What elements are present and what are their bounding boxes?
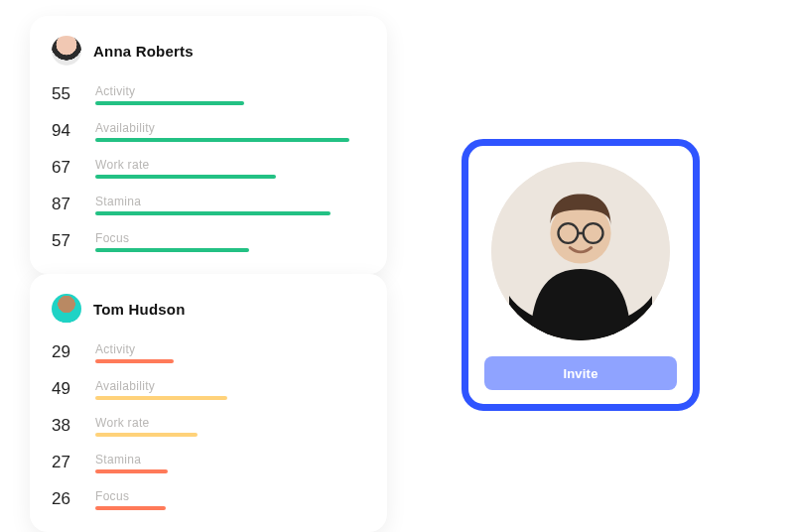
stat-value: 55 [52, 84, 81, 104]
stat-bar [95, 469, 365, 473]
avatar [52, 294, 81, 324]
invite-card: Invite [462, 139, 700, 411]
stat-row-focus: 26 Focus [52, 484, 365, 514]
stat-row-availability: 49 Availability [52, 374, 365, 404]
profile-card-tom: Tom Hudson 29 Activity 49 Availability 3… [30, 274, 387, 532]
stat-row-stamina: 87 Stamina [52, 190, 365, 219]
stat-value: 57 [52, 231, 81, 251]
stat-label: Focus [95, 489, 365, 503]
stat-label: Work rate [95, 416, 365, 430]
stat-bar [95, 359, 365, 363]
stat-row-focus: 57 Focus [52, 226, 365, 256]
invite-button[interactable]: Invite [484, 356, 677, 390]
stat-value: 94 [52, 121, 81, 141]
person-icon [491, 162, 670, 340]
stat-bar [95, 211, 365, 215]
stat-label: Stamina [95, 195, 365, 208]
stat-bar [95, 138, 365, 142]
stat-bar [95, 248, 365, 252]
invite-photo [491, 162, 670, 340]
profile-header: Anna Roberts [52, 36, 365, 66]
stat-bar [95, 175, 365, 179]
stat-label: Availability [95, 379, 365, 393]
stat-label: Activity [95, 342, 365, 356]
stat-row-workrate: 38 Work rate [52, 411, 365, 441]
stat-value: 38 [52, 416, 81, 436]
stat-bar [95, 101, 365, 105]
stat-value: 27 [52, 453, 81, 472]
profile-card-anna: Anna Roberts 55 Activity 94 Availability… [30, 16, 387, 274]
person-name: Tom Hudson [93, 301, 186, 318]
stat-value: 26 [52, 489, 81, 509]
stat-value: 29 [52, 342, 81, 362]
avatar [52, 36, 81, 66]
stat-bar [95, 433, 365, 437]
stat-row-workrate: 67 Work rate [52, 153, 365, 183]
stat-row-availability: 94 Availability [52, 116, 365, 146]
stat-label: Availability [95, 121, 365, 135]
stat-bar [95, 396, 365, 400]
stat-row-activity: 29 Activity [52, 337, 365, 367]
stat-label: Activity [95, 84, 365, 98]
stat-value: 49 [52, 379, 81, 399]
profile-header: Tom Hudson [52, 294, 365, 324]
stat-label: Stamina [95, 453, 365, 466]
stage: Anna Roberts 55 Activity 94 Availability… [0, 0, 794, 532]
stats-list: 29 Activity 49 Availability 38 Work rate [52, 337, 365, 514]
stat-value: 87 [52, 195, 81, 214]
stat-row-activity: 55 Activity [52, 79, 365, 109]
stat-row-stamina: 27 Stamina [52, 448, 365, 477]
stat-label: Work rate [95, 158, 365, 172]
stat-label: Focus [95, 231, 365, 245]
person-name: Anna Roberts [93, 43, 194, 60]
stat-bar [95, 506, 365, 510]
stats-list: 55 Activity 94 Availability 67 Work rate [52, 79, 365, 256]
stat-value: 67 [52, 158, 81, 178]
